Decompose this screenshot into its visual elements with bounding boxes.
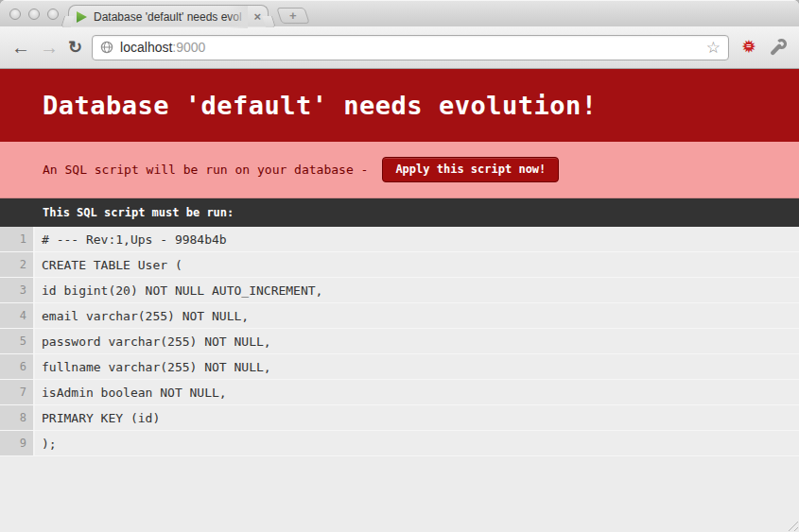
script-header: This SQL script must be run: xyxy=(0,198,799,227)
line-code: ); xyxy=(35,431,57,455)
tab-strip: Database 'default' needs evol × + xyxy=(0,0,799,26)
script-line: 9 ); xyxy=(0,431,799,456)
line-number: 5 xyxy=(0,329,35,353)
window-controls xyxy=(9,9,59,20)
line-code: # --- Rev:1,Ups - 9984b4b xyxy=(35,227,227,251)
plus-icon: + xyxy=(289,9,297,22)
script-line: 7 isAdmin boolean NOT NULL, xyxy=(0,380,799,405)
script-line: 3 id bigint(20) NOT NULL AUTO_INCREMENT, xyxy=(0,278,799,303)
back-button[interactable]: ← xyxy=(11,38,30,57)
line-code: password varchar(255) NOT NULL, xyxy=(35,329,271,353)
line-code: email varchar(255) NOT NULL, xyxy=(35,303,249,328)
line-code: fullname varchar(255) NOT NULL, xyxy=(35,354,271,379)
line-number: 1 xyxy=(0,227,35,251)
line-number: 8 xyxy=(0,405,35,430)
reload-button[interactable]: ↻ xyxy=(68,39,82,56)
zoom-window-button[interactable] xyxy=(47,9,59,20)
script-line: 2 CREATE TABLE User ( xyxy=(0,252,799,278)
url-text[interactable]: localhost:9000 xyxy=(120,40,205,55)
new-tab-button[interactable]: + xyxy=(276,8,310,24)
line-number: 6 xyxy=(0,354,35,379)
browser-window: Database 'default' needs evol × + ← → ↻ … xyxy=(0,0,799,532)
line-code: PRIMARY KEY (id) xyxy=(35,405,160,430)
page-title: Database 'default' needs evolution! xyxy=(0,69,799,142)
globe-icon xyxy=(100,41,113,54)
line-number: 3 xyxy=(0,278,35,302)
line-number: 2 xyxy=(0,252,35,277)
apply-script-button[interactable]: Apply this script now! xyxy=(382,157,559,182)
line-code: id bigint(20) NOT NULL AUTO_INCREMENT, xyxy=(35,278,322,302)
page-background xyxy=(0,456,799,532)
script-line: 6 fullname varchar(255) NOT NULL, xyxy=(0,354,799,380)
line-number: 4 xyxy=(0,303,35,328)
tab-title-fade xyxy=(227,6,248,28)
sql-script-listing: 1 # --- Rev:1,Ups - 9984b4b 2 CREATE TAB… xyxy=(0,227,799,456)
script-line: 4 email varchar(255) NOT NULL, xyxy=(0,303,799,329)
tab-title: Database 'default' needs evol xyxy=(94,6,248,28)
wrench-menu-icon[interactable] xyxy=(769,38,788,57)
extension-badge-icon[interactable]: ✹ xyxy=(738,38,759,57)
play-framework-favicon-icon xyxy=(76,10,88,24)
window-resize-grip[interactable] xyxy=(786,519,798,531)
banner-text: An SQL script will be run on your databa… xyxy=(43,163,368,177)
line-number: 9 xyxy=(0,431,35,455)
line-code: CREATE TABLE User ( xyxy=(35,252,182,277)
browser-toolbar: ← → ↻ localhost:9000 ☆ ✹ xyxy=(0,26,799,69)
address-bar[interactable]: localhost:9000 ☆ xyxy=(92,35,729,60)
tab-close-icon[interactable]: × xyxy=(253,10,261,23)
line-number: 7 xyxy=(0,380,35,404)
script-line: 1 # --- Rev:1,Ups - 9984b4b xyxy=(0,227,799,252)
evolution-banner: An SQL script will be run on your databa… xyxy=(0,142,799,198)
close-window-button[interactable] xyxy=(9,9,21,20)
script-line: 8 PRIMARY KEY (id) xyxy=(0,405,799,431)
line-code: isAdmin boolean NOT NULL, xyxy=(35,380,227,404)
bookmark-star-icon[interactable]: ☆ xyxy=(706,40,721,56)
minimize-window-button[interactable] xyxy=(28,9,40,20)
browser-tab[interactable]: Database 'default' needs evol × xyxy=(68,5,269,27)
script-line: 5 password varchar(255) NOT NULL, xyxy=(0,329,799,354)
forward-button: → xyxy=(40,38,59,57)
